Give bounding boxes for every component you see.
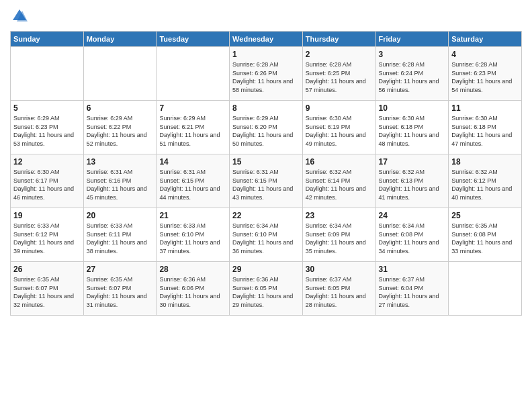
day-info: Sunrise: 6:28 AM Sunset: 6:25 PM Dayligh… (306, 60, 373, 94)
day-number: 31 (379, 265, 446, 274)
day-info: Sunrise: 6:28 AM Sunset: 6:26 PM Dayligh… (232, 60, 300, 94)
day-info: Sunrise: 6:36 AM Sunset: 6:05 PM Dayligh… (232, 275, 300, 309)
weekday-header: Saturday (449, 32, 522, 47)
calendar-cell: 23Sunrise: 6:34 AM Sunset: 6:09 PM Dayli… (302, 208, 375, 262)
calendar-cell (157, 47, 230, 101)
calendar-cell: 19Sunrise: 6:33 AM Sunset: 6:12 PM Dayli… (11, 208, 84, 262)
weekday-header: Tuesday (157, 32, 230, 47)
calendar-week: 1Sunrise: 6:28 AM Sunset: 6:26 PM Daylig… (11, 47, 522, 101)
calendar-cell: 2Sunrise: 6:28 AM Sunset: 6:25 PM Daylig… (302, 47, 375, 101)
calendar-cell: 9Sunrise: 6:30 AM Sunset: 6:19 PM Daylig… (302, 101, 375, 154)
day-info: Sunrise: 6:35 AM Sunset: 6:07 PM Dayligh… (13, 275, 81, 309)
day-number: 5 (13, 103, 81, 113)
weekday-header: Thursday (302, 32, 375, 47)
weekday-header: Monday (83, 32, 157, 47)
calendar-cell: 1Sunrise: 6:28 AM Sunset: 6:26 PM Daylig… (230, 47, 303, 101)
day-info: Sunrise: 6:32 AM Sunset: 6:14 PM Dayligh… (306, 168, 373, 201)
calendar-week: 26Sunrise: 6:35 AM Sunset: 6:07 PM Dayli… (11, 262, 522, 316)
day-info: Sunrise: 6:34 AM Sunset: 6:10 PM Dayligh… (232, 222, 300, 255)
day-number: 6 (87, 103, 154, 113)
day-info: Sunrise: 6:29 AM Sunset: 6:23 PM Dayligh… (13, 114, 81, 148)
day-number: 1 (232, 50, 300, 59)
calendar-week: 5Sunrise: 6:29 AM Sunset: 6:23 PM Daylig… (11, 101, 522, 154)
calendar-header: SundayMondayTuesdayWednesdayThursdayFrid… (11, 32, 522, 47)
day-info: Sunrise: 6:33 AM Sunset: 6:10 PM Dayligh… (159, 222, 226, 255)
day-number: 20 (87, 211, 154, 220)
day-number: 16 (306, 157, 373, 167)
day-info: Sunrise: 6:36 AM Sunset: 6:06 PM Dayligh… (159, 275, 226, 309)
calendar-cell: 17Sunrise: 6:32 AM Sunset: 6:13 PM Dayli… (375, 154, 449, 208)
day-info: Sunrise: 6:29 AM Sunset: 6:22 PM Dayligh… (87, 114, 154, 148)
calendar-body: 1Sunrise: 6:28 AM Sunset: 6:26 PM Daylig… (11, 47, 522, 316)
header (10, 7, 522, 26)
day-info: Sunrise: 6:33 AM Sunset: 6:12 PM Dayligh… (13, 222, 81, 255)
calendar-cell: 6Sunrise: 6:29 AM Sunset: 6:22 PM Daylig… (83, 101, 157, 154)
logo (10, 7, 32, 26)
day-number: 17 (379, 157, 446, 167)
calendar-week: 19Sunrise: 6:33 AM Sunset: 6:12 PM Dayli… (11, 208, 522, 262)
calendar-cell: 4Sunrise: 6:28 AM Sunset: 6:23 PM Daylig… (449, 47, 522, 101)
day-number: 22 (232, 211, 300, 220)
calendar-cell: 8Sunrise: 6:29 AM Sunset: 6:20 PM Daylig… (230, 101, 303, 154)
day-number: 9 (306, 103, 373, 113)
day-info: Sunrise: 6:34 AM Sunset: 6:08 PM Dayligh… (379, 222, 446, 255)
day-number: 7 (159, 103, 226, 113)
day-info: Sunrise: 6:34 AM Sunset: 6:09 PM Dayligh… (306, 222, 373, 255)
day-info: Sunrise: 6:33 AM Sunset: 6:11 PM Dayligh… (87, 222, 154, 255)
calendar-cell: 28Sunrise: 6:36 AM Sunset: 6:06 PM Dayli… (157, 262, 230, 316)
day-number: 27 (87, 265, 154, 274)
page: SundayMondayTuesdayWednesdayThursdayFrid… (0, 0, 532, 411)
calendar-cell: 31Sunrise: 6:37 AM Sunset: 6:04 PM Dayli… (375, 262, 449, 316)
calendar-cell: 18Sunrise: 6:32 AM Sunset: 6:12 PM Dayli… (449, 154, 522, 208)
weekday-header: Wednesday (230, 32, 303, 47)
day-info: Sunrise: 6:30 AM Sunset: 6:17 PM Dayligh… (13, 168, 81, 201)
calendar-cell: 27Sunrise: 6:35 AM Sunset: 6:07 PM Dayli… (83, 262, 157, 316)
day-number: 15 (232, 157, 300, 167)
calendar-cell (11, 47, 84, 101)
day-number: 10 (379, 103, 446, 113)
weekday-header: Friday (375, 32, 449, 47)
calendar-cell: 5Sunrise: 6:29 AM Sunset: 6:23 PM Daylig… (11, 101, 84, 154)
day-number: 25 (451, 211, 519, 220)
day-number: 14 (159, 157, 226, 167)
day-info: Sunrise: 6:35 AM Sunset: 6:08 PM Dayligh… (451, 222, 519, 255)
day-info: Sunrise: 6:37 AM Sunset: 6:05 PM Dayligh… (306, 275, 373, 309)
calendar-cell: 22Sunrise: 6:34 AM Sunset: 6:10 PM Dayli… (230, 208, 303, 262)
day-number: 2 (306, 50, 373, 59)
day-info: Sunrise: 6:30 AM Sunset: 6:18 PM Dayligh… (379, 114, 446, 148)
calendar-cell: 12Sunrise: 6:30 AM Sunset: 6:17 PM Dayli… (11, 154, 84, 208)
calendar-cell: 3Sunrise: 6:28 AM Sunset: 6:24 PM Daylig… (375, 47, 449, 101)
day-info: Sunrise: 6:31 AM Sunset: 6:15 PM Dayligh… (232, 168, 300, 201)
logo-icon (10, 7, 29, 26)
calendar-cell: 16Sunrise: 6:32 AM Sunset: 6:14 PM Dayli… (302, 154, 375, 208)
day-number: 30 (306, 265, 373, 274)
day-number: 18 (451, 157, 519, 167)
calendar-cell (83, 47, 157, 101)
calendar-cell: 11Sunrise: 6:30 AM Sunset: 6:18 PM Dayli… (449, 101, 522, 154)
calendar-cell: 13Sunrise: 6:31 AM Sunset: 6:16 PM Dayli… (83, 154, 157, 208)
day-info: Sunrise: 6:30 AM Sunset: 6:18 PM Dayligh… (451, 114, 519, 148)
day-number: 28 (159, 265, 226, 274)
calendar-cell: 26Sunrise: 6:35 AM Sunset: 6:07 PM Dayli… (11, 262, 84, 316)
day-info: Sunrise: 6:35 AM Sunset: 6:07 PM Dayligh… (87, 275, 154, 309)
day-info: Sunrise: 6:29 AM Sunset: 6:21 PM Dayligh… (159, 114, 226, 148)
day-info: Sunrise: 6:37 AM Sunset: 6:04 PM Dayligh… (379, 275, 446, 309)
day-info: Sunrise: 6:28 AM Sunset: 6:24 PM Dayligh… (379, 60, 446, 94)
calendar-cell: 24Sunrise: 6:34 AM Sunset: 6:08 PM Dayli… (375, 208, 449, 262)
day-number: 12 (13, 157, 81, 167)
calendar-cell: 14Sunrise: 6:31 AM Sunset: 6:15 PM Dayli… (157, 154, 230, 208)
day-info: Sunrise: 6:32 AM Sunset: 6:12 PM Dayligh… (451, 168, 519, 201)
day-info: Sunrise: 6:30 AM Sunset: 6:19 PM Dayligh… (306, 114, 373, 148)
calendar-cell (449, 262, 522, 316)
day-number: 19 (13, 211, 81, 220)
calendar-cell: 20Sunrise: 6:33 AM Sunset: 6:11 PM Dayli… (83, 208, 157, 262)
day-number: 4 (451, 50, 519, 59)
calendar-cell: 15Sunrise: 6:31 AM Sunset: 6:15 PM Dayli… (230, 154, 303, 208)
day-info: Sunrise: 6:31 AM Sunset: 6:16 PM Dayligh… (87, 168, 154, 201)
day-number: 13 (87, 157, 154, 167)
calendar: SundayMondayTuesdayWednesdayThursdayFrid… (10, 31, 522, 316)
weekday-header: Sunday (11, 32, 84, 47)
day-info: Sunrise: 6:28 AM Sunset: 6:23 PM Dayligh… (451, 60, 519, 94)
day-number: 24 (379, 211, 446, 220)
calendar-cell: 25Sunrise: 6:35 AM Sunset: 6:08 PM Dayli… (449, 208, 522, 262)
